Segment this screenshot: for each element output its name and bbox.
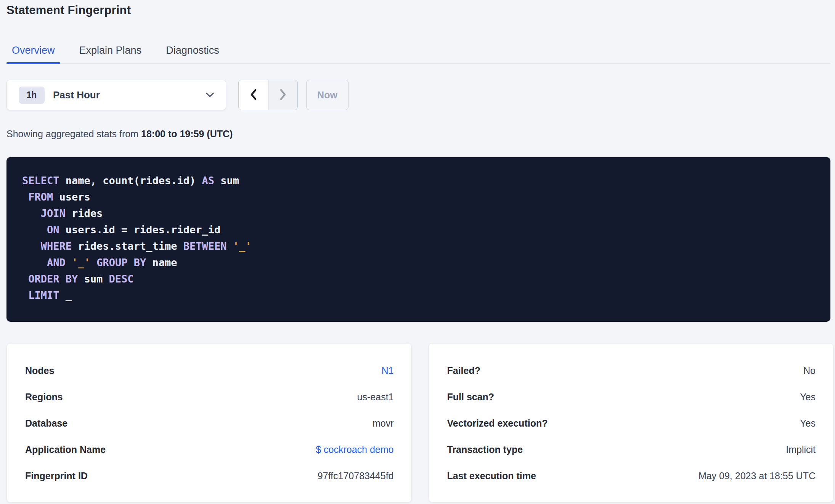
execution-attributes-row: Last execution timeMay 09, 2023 at 18:55… — [447, 463, 816, 489]
row-label: Fingerprint ID — [25, 470, 88, 482]
time-interval-dropdown[interactable]: 1h Past Hour — [6, 80, 226, 110]
tab-explain-plans[interactable]: Explain Plans — [74, 44, 147, 63]
row-value: Yes — [800, 392, 816, 403]
sql-statement-box: SELECT name, count(rides.id) AS sum FROM… — [6, 157, 830, 322]
sql-line: ON users.id = rides.rider_id — [22, 222, 815, 238]
stats-prefix: Showing aggregated stats from — [6, 128, 138, 139]
tab-bar: OverviewExplain PlansDiagnostics — [6, 44, 830, 64]
prev-range-button[interactable] — [239, 80, 268, 110]
statement-details-row: NodesN1 — [25, 358, 394, 384]
interval-badge: 1h — [19, 87, 45, 104]
statement-details-card: NodesN1Regionsus-east1DatabasemovrApplic… — [6, 343, 412, 502]
interval-label: Past Hour — [53, 89, 100, 101]
row-label: Transaction type — [447, 444, 523, 455]
row-label: Nodes — [25, 365, 54, 376]
row-label: Full scan? — [447, 392, 495, 403]
time-range-arrow-group — [238, 80, 298, 110]
sql-line: FROM users — [22, 189, 815, 205]
row-label: Database — [25, 418, 67, 429]
execution-attributes-row: Transaction typeImplicit — [447, 437, 816, 463]
stats-time-range: 18:00 to 19:59 (UTC) — [141, 128, 233, 139]
row-label: Application Name — [25, 444, 106, 455]
now-button[interactable]: Now — [306, 80, 348, 110]
chevron-down-icon — [206, 92, 214, 98]
statement-details-row: Databasemovr — [25, 410, 394, 437]
row-value-link[interactable]: $ cockroach demo — [316, 444, 393, 455]
row-label: Vectorized execution? — [447, 418, 548, 429]
execution-attributes-row: Full scan?Yes — [447, 384, 816, 410]
sql-line: SELECT name, count(rides.id) AS sum — [22, 172, 815, 189]
chevron-left-icon — [249, 88, 258, 102]
row-value: Implicit — [786, 444, 816, 455]
page-title: Statement Fingerprint — [6, 3, 835, 18]
next-range-button[interactable] — [268, 80, 297, 110]
row-label: Failed? — [447, 365, 481, 376]
sql-line: LIMIT _ — [22, 287, 815, 303]
execution-attributes-row: Vectorized execution?Yes — [447, 410, 816, 437]
tab-overview[interactable]: Overview — [6, 44, 60, 63]
detail-cards: NodesN1Regionsus-east1DatabasemovrApplic… — [6, 343, 833, 502]
row-value-link[interactable]: N1 — [382, 365, 394, 376]
chevron-right-icon — [278, 88, 287, 102]
tab-diagnostics[interactable]: Diagnostics — [161, 44, 225, 63]
row-value: 97ffc170783445fd — [318, 470, 394, 482]
execution-attributes-row: Failed?No — [447, 358, 816, 384]
statement-details-row: Application Name$ cockroach demo — [25, 437, 394, 463]
row-value: Yes — [800, 418, 816, 429]
aggregated-stats-line: Showing aggregated stats from 18:00 to 1… — [6, 128, 835, 140]
statement-fingerprint-page: Statement Fingerprint OverviewExplain Pl… — [0, 3, 835, 502]
statement-details-row: Regionsus-east1 — [25, 384, 394, 410]
time-toolbar: 1h Past Hour — [6, 80, 835, 110]
row-value: movr — [373, 418, 394, 429]
sql-line: AND '_' GROUP BY name — [22, 254, 815, 271]
sql-line: WHERE rides.start_time BETWEEN '_' — [22, 238, 815, 254]
row-value: May 09, 2023 at 18:55 UTC — [699, 470, 816, 482]
row-value: us-east1 — [357, 392, 394, 403]
row-label: Regions — [25, 392, 63, 403]
statement-details-row: Fingerprint ID97ffc170783445fd — [25, 463, 394, 489]
sql-line: ORDER BY sum DESC — [22, 271, 815, 287]
row-label: Last execution time — [447, 470, 536, 482]
execution-attributes-card: Failed?NoFull scan?YesVectorized executi… — [429, 343, 834, 502]
sql-line: JOIN rides — [22, 205, 815, 222]
row-value: No — [803, 365, 816, 376]
